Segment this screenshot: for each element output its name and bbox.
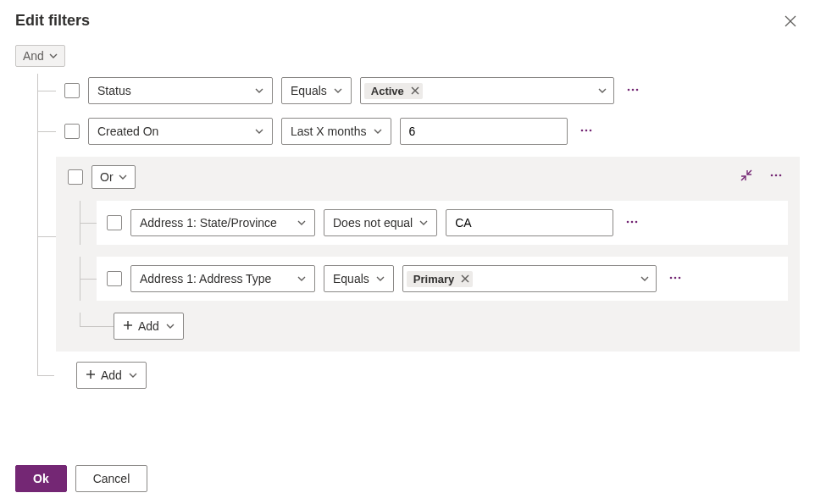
svg-point-20 <box>670 276 673 279</box>
group-operator-dropdown[interactable]: Or <box>91 165 136 189</box>
chevron-down-icon <box>640 272 649 285</box>
chevron-down-icon <box>297 216 306 230</box>
chevron-down-icon <box>334 84 342 97</box>
chevron-down-icon <box>114 170 127 184</box>
chevron-down-icon <box>129 368 137 382</box>
add-condition-button[interactable]: Add <box>114 313 184 340</box>
chevron-down-icon <box>255 125 263 138</box>
svg-point-4 <box>628 88 630 91</box>
add-condition-button[interactable]: Add <box>76 362 147 389</box>
filter-group: Or <box>56 157 800 352</box>
operator-dropdown[interactable]: Equals <box>281 77 352 104</box>
svg-point-7 <box>580 129 583 131</box>
value-tag-label: Primary <box>413 273 454 285</box>
value-tag: Active <box>364 83 423 99</box>
chevron-down-icon <box>374 125 382 138</box>
operator-dropdown[interactable]: Last X months <box>281 118 391 145</box>
row-more-icon[interactable] <box>623 80 643 102</box>
chevron-down-icon <box>166 319 175 333</box>
filter-row: Created On Last X months <box>25 111 800 152</box>
ok-button[interactable]: Ok <box>15 465 67 492</box>
group-more-icon[interactable] <box>766 165 786 188</box>
svg-point-8 <box>585 129 587 131</box>
svg-point-13 <box>775 174 778 177</box>
row-checkbox[interactable] <box>64 83 80 98</box>
value-input[interactable] <box>446 209 613 236</box>
collapse-icon[interactable] <box>740 169 752 184</box>
chevron-down-icon <box>44 49 58 63</box>
svg-point-17 <box>635 220 638 223</box>
cancel-button[interactable]: Cancel <box>75 465 148 492</box>
field-dropdown[interactable]: Address 1: State/Province <box>130 209 315 236</box>
row-more-icon[interactable] <box>622 212 642 235</box>
field-dropdown[interactable]: Created On <box>88 118 273 145</box>
chevron-down-icon <box>297 272 306 285</box>
svg-line-11 <box>747 170 751 174</box>
value-dropdown[interactable]: Active <box>360 77 614 104</box>
chevron-down-icon <box>376 272 385 285</box>
row-checkbox[interactable] <box>64 124 80 139</box>
svg-point-22 <box>679 276 681 279</box>
svg-point-6 <box>636 88 639 91</box>
operator-dropdown[interactable]: Does not equal <box>324 209 437 236</box>
close-icon[interactable] <box>785 15 796 30</box>
svg-point-21 <box>674 276 677 279</box>
value-tag: Primary <box>407 271 473 287</box>
chevron-down-icon <box>598 84 607 97</box>
chevron-down-icon <box>255 84 263 97</box>
operator-label: Equals <box>291 84 327 97</box>
svg-point-12 <box>771 174 773 177</box>
root-operator-dropdown[interactable]: And <box>15 45 65 67</box>
group-checkbox[interactable] <box>68 169 83 185</box>
remove-tag-icon[interactable] <box>461 273 469 285</box>
remove-tag-icon[interactable] <box>411 85 419 97</box>
field-dropdown[interactable]: Address 1: Address Type <box>130 265 315 292</box>
field-label: Address 1: Address Type <box>140 272 271 285</box>
svg-point-16 <box>631 220 634 223</box>
value-tag-label: Active <box>371 85 404 97</box>
operator-label: Last X months <box>291 125 367 138</box>
field-dropdown[interactable]: Status <box>88 77 273 104</box>
svg-point-5 <box>632 88 635 91</box>
field-label: Status <box>97 84 131 97</box>
root-operator-label: And <box>23 49 44 63</box>
add-label: Add <box>138 319 159 333</box>
plus-icon <box>123 319 133 333</box>
svg-point-14 <box>779 174 782 177</box>
add-label: Add <box>101 368 122 382</box>
svg-point-9 <box>589 129 591 131</box>
value-input[interactable] <box>400 118 568 145</box>
value-dropdown[interactable]: Primary <box>402 265 657 292</box>
svg-point-15 <box>627 220 629 223</box>
plus-icon <box>86 368 96 382</box>
operator-label: Does not equal <box>333 216 413 230</box>
row-more-icon[interactable] <box>576 120 596 143</box>
operator-dropdown[interactable]: Equals <box>324 265 394 292</box>
row-checkbox[interactable] <box>107 215 122 230</box>
page-title: Edit filters <box>15 12 800 30</box>
field-label: Created On <box>97 125 158 138</box>
filter-row: Status Equals Active <box>25 70 800 111</box>
row-more-icon[interactable] <box>665 268 685 291</box>
operator-label: Equals <box>333 272 369 285</box>
field-label: Address 1: State/Province <box>140 216 277 230</box>
filter-row: Address 1: Address Type Equals Primary <box>97 257 788 301</box>
row-checkbox[interactable] <box>107 271 122 286</box>
filter-row: Address 1: State/Province Does not equal <box>97 201 788 245</box>
svg-line-10 <box>741 176 746 180</box>
chevron-down-icon <box>419 216 428 230</box>
group-operator-label: Or <box>100 170 114 184</box>
